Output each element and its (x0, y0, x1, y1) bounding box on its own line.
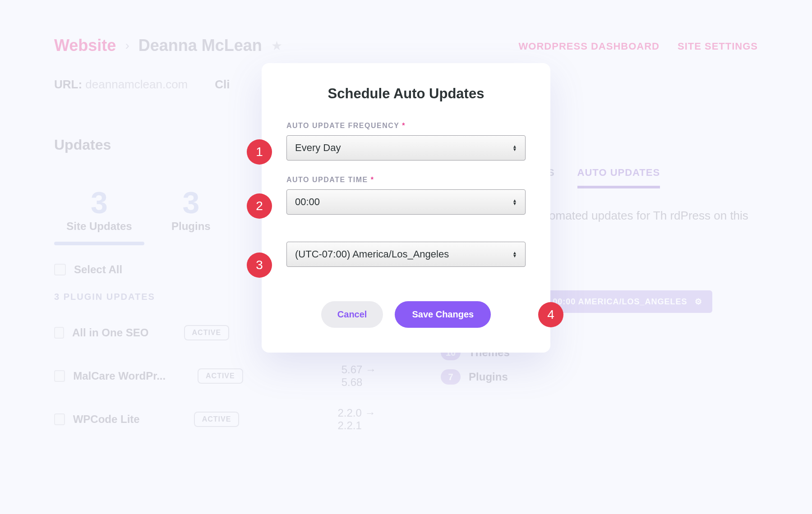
time-label: AUTO UPDATE TIME * (286, 176, 526, 184)
frequency-label: AUTO UPDATE FREQUENCY * (286, 122, 526, 130)
select-arrows-icon: ▲▼ (512, 251, 517, 257)
frequency-select[interactable]: Every Day ▲▼ (286, 135, 526, 161)
modal-title: Schedule Auto Updates (286, 86, 526, 102)
step-badge-4: 4 (538, 302, 563, 327)
step-badge-3: 3 (247, 252, 272, 278)
time-select[interactable]: 00:00 ▲▼ (286, 189, 526, 215)
step-badge-2: 2 (247, 193, 272, 219)
select-arrows-icon: ▲▼ (512, 199, 517, 205)
select-arrows-icon: ▲▼ (512, 145, 517, 151)
step-badge-1: 1 (247, 139, 272, 165)
cancel-button[interactable]: Cancel (321, 301, 383, 328)
schedule-modal: Schedule Auto Updates 1 AUTO UPDATE FREQ… (262, 63, 550, 353)
timezone-select[interactable]: (UTC-07:00) America/Los_Angeles ▲▼ (286, 242, 526, 267)
modal-backdrop: Schedule Auto Updates 1 AUTO UPDATE FREQ… (0, 0, 812, 514)
save-button[interactable]: Save Changes (395, 301, 491, 328)
